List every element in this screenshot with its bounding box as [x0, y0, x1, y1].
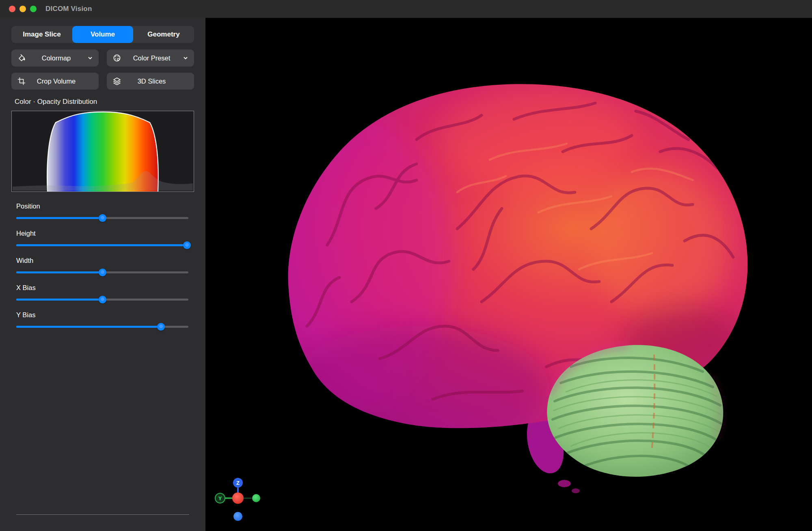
three-d-slices-button[interactable]: 3D Slices [107, 73, 194, 90]
crop-icon [17, 77, 26, 86]
axis-center-handle[interactable] [232, 492, 244, 504]
tab-volume[interactable]: Volume [72, 26, 133, 43]
sidebar-divider [16, 514, 189, 515]
color-opacity-distribution-title: Color · Opacity Distribution [15, 98, 194, 106]
y-axis-label: Y [218, 495, 222, 501]
width-slider[interactable] [16, 268, 188, 277]
neg-z-axis-handle[interactable] [233, 512, 242, 521]
position-slider[interactable] [16, 213, 188, 222]
close-button[interactable] [9, 6, 15, 12]
app-window: DICOM Vision Image Slice Volume Geometry… [0, 0, 812, 531]
height-slider-label: Height [16, 230, 194, 237]
titlebar: DICOM Vision [0, 0, 812, 18]
mode-segmented-control: Image Slice Volume Geometry [11, 26, 194, 43]
control-sidebar: Image Slice Volume Geometry Colormap [0, 18, 205, 531]
y-bias-slider-thumb[interactable] [157, 323, 165, 331]
color-preset-button[interactable]: Color Preset [107, 49, 194, 67]
colormap-button[interactable]: Colormap [11, 49, 99, 67]
colormap-button-label: Colormap [26, 54, 86, 62]
brain-volume-rendering [205, 18, 812, 531]
width-slider-label: Width [16, 257, 194, 264]
height-slider[interactable] [16, 241, 188, 249]
minimize-button[interactable] [19, 6, 26, 12]
x-bias-slider[interactable] [16, 295, 188, 304]
chevron-down-icon [182, 55, 188, 61]
z-axis-label: Z [236, 480, 240, 486]
color-preset-button-label: Color Preset [121, 54, 182, 62]
zoom-button[interactable] [30, 6, 37, 12]
position-slider-thumb[interactable] [99, 214, 106, 222]
window-title: DICOM Vision [45, 5, 92, 13]
volume-render-viewport[interactable]: Z Y [205, 18, 812, 531]
colormap-icon [17, 54, 26, 62]
x-bias-slider-thumb[interactable] [99, 296, 106, 303]
x-axis-handle[interactable] [252, 494, 260, 502]
y-bias-slider[interactable] [16, 322, 188, 331]
layers-icon [112, 77, 121, 86]
three-d-slices-button-label: 3D Slices [121, 77, 182, 85]
height-slider-thumb[interactable] [183, 241, 191, 249]
palette-icon [112, 54, 121, 62]
chevron-down-icon [86, 55, 93, 61]
transfer-function-editor[interactable] [11, 111, 194, 192]
tab-image-slice[interactable]: Image Slice [11, 26, 72, 43]
tab-geometry[interactable]: Geometry [133, 26, 194, 43]
crop-volume-button-label: Crop Volume [26, 77, 86, 85]
x-bias-slider-label: X Bias [16, 284, 194, 292]
y-bias-slider-label: Y Bias [16, 311, 194, 319]
axis-orientation-widget[interactable]: Z Y [207, 476, 268, 529]
crop-volume-button[interactable]: Crop Volume [11, 73, 99, 90]
width-slider-thumb[interactable] [99, 269, 106, 276]
position-slider-label: Position [16, 202, 194, 210]
